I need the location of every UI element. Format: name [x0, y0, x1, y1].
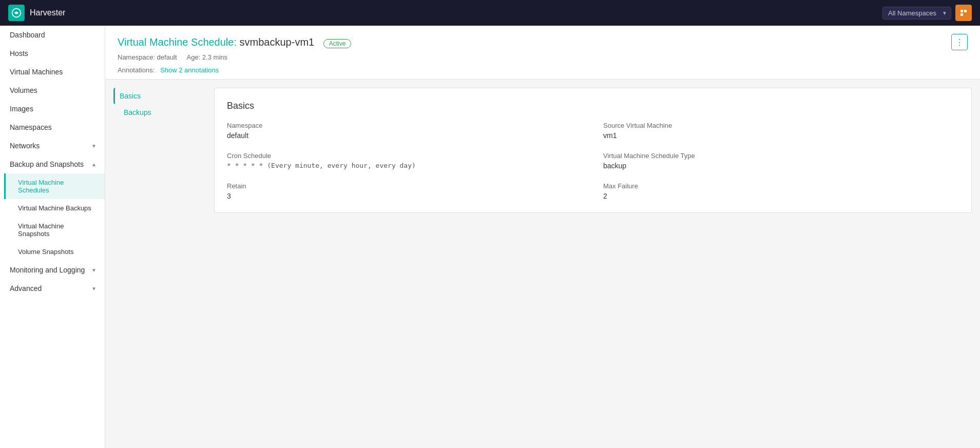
sidebar-item-label: Monitoring and Logging: [10, 266, 85, 274]
sidebar-item-networks[interactable]: Networks ▼: [0, 137, 105, 155]
field-schedule-type-value: backup: [603, 162, 959, 170]
page-title-row: Virtual Machine Schedule: svmbackup-vm1 …: [118, 34, 968, 50]
chevron-down-icon: ▼: [91, 267, 97, 273]
left-nav-label: Basics: [120, 92, 141, 100]
field-cron-value: * * * * * (Every minute, every hour, eve…: [227, 162, 583, 169]
sidebar-item-label: Hosts: [10, 49, 28, 57]
field-namespace-label: Namespace: [227, 122, 583, 129]
main-content: Virtual Machine Schedule: svmbackup-vm1 …: [105, 26, 980, 448]
page-header: Virtual Machine Schedule: svmbackup-vm1 …: [105, 26, 980, 80]
field-cron-schedule: Cron Schedule * * * * * (Every minute, e…: [227, 152, 583, 170]
svg-rect-1: [960, 10, 963, 12]
topbar-icon: [959, 9, 968, 17]
sidebar-item-monitoring-logging[interactable]: Monitoring and Logging ▼: [0, 261, 105, 279]
sidebar-item-namespaces[interactable]: Namespaces: [0, 118, 105, 137]
sidebar-item-hosts[interactable]: Hosts: [0, 44, 105, 63]
detail-card: Basics Namespace default Source Virtual …: [214, 88, 972, 213]
namespace-selector-wrapper: All Namespaces default kube-system: [882, 7, 951, 20]
sidebar-item-label: Backup and Snapshots: [10, 160, 84, 168]
namespace-meta: Namespace: default: [118, 53, 177, 61]
sidebar-item-vm-backups[interactable]: Virtual Machine Backups: [4, 199, 105, 217]
sidebar-item-label: Advanced: [10, 284, 42, 293]
field-retain-value: 3: [227, 192, 583, 200]
app-name: Harvester: [30, 8, 65, 17]
sidebar-item-label: Networks: [10, 142, 40, 150]
status-badge: Active: [323, 39, 352, 48]
namespace-select[interactable]: All Namespaces default kube-system: [882, 7, 951, 20]
topbar-action-button[interactable]: [955, 5, 972, 21]
layout: Dashboard Hosts Virtual Machines Volumes…: [0, 26, 980, 448]
logo-icon: [11, 8, 22, 18]
svg-rect-3: [960, 13, 963, 16]
topbar-right: All Namespaces default kube-system: [882, 5, 972, 21]
chevron-down-icon: ▼: [91, 286, 97, 291]
sidebar-item-images[interactable]: Images: [0, 100, 105, 118]
field-schedule-type: Virtual Machine Schedule Type backup: [603, 152, 959, 170]
field-namespace-value: default: [227, 131, 583, 140]
field-max-failure: Max Failure 2: [603, 182, 959, 200]
sidebar-backup-submenu: Virtual Machine Schedules Virtual Machin…: [0, 173, 105, 261]
field-source-vm-value: vm1: [603, 131, 959, 140]
left-nav: Basics Backups: [113, 88, 206, 213]
chevron-down-icon: ▼: [91, 143, 97, 149]
sidebar-item-virtual-machines[interactable]: Virtual Machines: [0, 63, 105, 81]
app-logo: [8, 5, 25, 21]
left-nav-basics[interactable]: Basics: [113, 88, 206, 104]
sidebar-item-label: Virtual Machine Backups: [18, 204, 91, 212]
sidebar: Dashboard Hosts Virtual Machines Volumes…: [0, 26, 105, 448]
field-retain: Retain 3: [227, 182, 583, 200]
topbar-left: Harvester: [8, 5, 65, 21]
left-nav-backups[interactable]: Backups: [113, 104, 206, 121]
detail-grid: Namespace default Source Virtual Machine…: [227, 122, 959, 200]
field-source-vm-label: Source Virtual Machine: [603, 122, 959, 129]
sidebar-item-label: Dashboard: [10, 31, 45, 39]
resource-name: svmbackup-vm1: [240, 36, 315, 48]
field-cron-label: Cron Schedule: [227, 152, 583, 160]
sidebar-item-label: Images: [10, 105, 33, 113]
kebab-icon: ⋮: [955, 37, 964, 47]
field-retain-label: Retain: [227, 182, 583, 190]
show-annotations-link[interactable]: Show 2 annotations: [160, 66, 219, 74]
field-namespace: Namespace default: [227, 122, 583, 140]
field-schedule-type-label: Virtual Machine Schedule Type: [603, 152, 959, 160]
field-max-failure-value: 2: [603, 192, 959, 200]
page-title: Virtual Machine Schedule: svmbackup-vm1 …: [118, 36, 351, 48]
sidebar-item-vm-snapshots[interactable]: Virtual Machine Snapshots: [4, 217, 105, 243]
page-meta: Namespace: default Age: 2.3 mins: [118, 53, 968, 61]
svg-rect-2: [964, 10, 967, 12]
detail-section-title: Basics: [227, 101, 959, 111]
age-meta: Age: 2.3 mins: [187, 53, 228, 61]
annotations-label: Annotations:: [118, 66, 155, 74]
field-source-vm: Source Virtual Machine vm1: [603, 122, 959, 140]
sidebar-item-vm-schedules[interactable]: Virtual Machine Schedules: [4, 173, 105, 199]
sidebar-item-dashboard[interactable]: Dashboard: [0, 26, 105, 44]
page-title-block: Virtual Machine Schedule: svmbackup-vm1 …: [118, 36, 351, 48]
sidebar-item-label: Virtual Machine Snapshots: [18, 222, 97, 238]
sidebar-item-label: Volumes: [10, 86, 37, 94]
sidebar-item-label: Namespaces: [10, 123, 52, 131]
chevron-up-icon: ▲: [91, 162, 97, 167]
sidebar-item-volume-snapshots[interactable]: Volume Snapshots: [4, 243, 105, 261]
sidebar-item-label: Virtual Machines: [10, 68, 63, 76]
sidebar-item-advanced[interactable]: Advanced ▼: [0, 279, 105, 298]
left-nav-label: Backups: [124, 108, 151, 116]
annotations-row: Annotations: Show 2 annotations: [118, 61, 968, 79]
resource-type: Virtual Machine Schedule:: [118, 36, 240, 48]
sidebar-item-label: Volume Snapshots: [18, 248, 73, 256]
sidebar-item-backup-snapshots[interactable]: Backup and Snapshots ▲: [0, 155, 105, 173]
field-max-failure-label: Max Failure: [603, 182, 959, 190]
topbar: Harvester All Namespaces default kube-sy…: [0, 0, 980, 26]
sidebar-item-volumes[interactable]: Volumes: [0, 81, 105, 100]
actions-button[interactable]: ⋮: [951, 34, 968, 50]
content-area: Basics Backups Basics Namespace default …: [105, 80, 980, 221]
sidebar-item-label: Virtual Machine Schedules: [18, 179, 97, 194]
